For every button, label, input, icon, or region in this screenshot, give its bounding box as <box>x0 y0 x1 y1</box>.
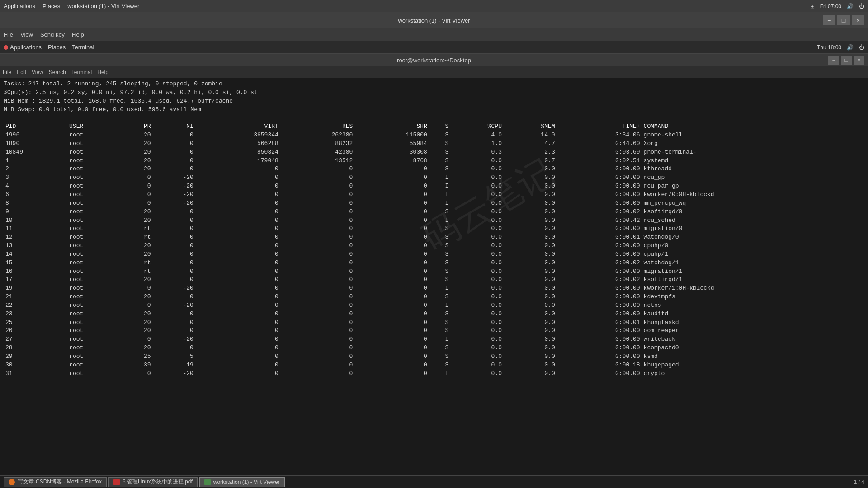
table-row: 4root0-20000I0.00.00:00.00rcu_par_gp <box>4 182 864 191</box>
mem-line: MiB Mem : 1829.1 total, 168.0 free, 1036… <box>4 97 864 106</box>
virt-menu-help[interactable]: Help <box>72 31 84 38</box>
outer-taskbar-right: 1 / 4 <box>854 479 864 485</box>
pdf-task-label: 6.管理Linux系统中的进程.pdf <box>123 478 193 486</box>
virt-task-label: workstation (1) - Virt Viewer <box>213 479 280 485</box>
table-row: 21root200000S0.00.00:00.00kdevtmpfs <box>4 293 864 301</box>
outer-task-pdf[interactable]: 6.管理Linux系统中的进程.pdf <box>108 477 198 487</box>
os-time: Fri 07:00 <box>820 3 841 9</box>
table-row: 17root200000S0.00.00:00.02ksoftirqd/1 <box>4 276 864 284</box>
speaker-icon[interactable]: 🔊 <box>847 3 854 9</box>
terminal-titlebar: root@workstation:~/Desktop − □ × <box>0 54 868 66</box>
inner-terminal[interactable]: Terminal <box>72 44 94 51</box>
table-row: 23root200000S0.00.00:00.00kauditd <box>4 310 864 319</box>
col-ni: NI <box>153 122 195 131</box>
inner-apps-label[interactable]: Applications <box>10 44 42 51</box>
os-window-title: workstation (1) - Virt Viewer <box>67 3 139 9</box>
power-icon[interactable]: ⏻ <box>859 3 864 9</box>
table-row: 14root200000S0.00.00:00.00cpuhp/1 <box>4 250 864 259</box>
table-row: 1996root2003659344262380115000S4.014.03:… <box>4 131 864 140</box>
inner-applications[interactable]: Applications <box>4 44 42 51</box>
os-places[interactable]: Places <box>42 3 60 9</box>
term-menu-terminal[interactable]: Terminal <box>71 69 92 75</box>
table-row: 19root0-20000I0.00.00:00.00kworker/1:0H-… <box>4 284 864 293</box>
term-menu-edit[interactable]: Edit <box>17 69 26 75</box>
col-res: RES <box>280 122 355 131</box>
col-user: USER <box>67 122 121 131</box>
terminal-minimize-button[interactable]: − <box>828 56 839 65</box>
table-row: 29root255000S0.00.00:00.00ksmd <box>4 352 864 361</box>
term-menu-file[interactable]: File <box>3 69 11 75</box>
table-row: 11rootrt0000S0.00.00:00.00migration/0 <box>4 225 864 233</box>
table-row: 8root0-20000I0.00.00:00.00mm_percpu_wq <box>4 199 864 208</box>
col-cpu: %CPU <box>450 122 504 131</box>
process-table: PID USER PR NI VIRT RES SHR S %CPU %MEM … <box>4 122 864 378</box>
table-row: 12rootrt0000S0.00.00:00.01watchdog/0 <box>4 233 864 242</box>
table-row: 13root200000S0.00.00:00.00cpuhp/0 <box>4 242 864 250</box>
firefox-task-label: 写文章-CSDN博客 - Mozilla Firefox <box>18 478 102 486</box>
table-row: 9root200000S0.00.00:00.02ksoftirqd/0 <box>4 208 864 216</box>
tasks-line: Tasks: 247 total, 2 running, 245 sleepin… <box>4 80 864 89</box>
table-row: 6root0-20000I0.00.00:00.00kworker/0:0H-k… <box>4 191 864 199</box>
cpu-line: %Cpu(s): 2.5 us, 0.2 sy, 0.0 ni, 97.2 id… <box>4 89 864 97</box>
proc-header-row: PID USER PR NI VIRT RES SHR S %CPU %MEM … <box>4 122 864 131</box>
col-pid: PID <box>4 122 67 131</box>
os-taskbar-left: Applications Places workstation (1) - Vi… <box>4 3 139 9</box>
outer-task-virt[interactable]: workstation (1) - Virt Viewer <box>199 477 285 487</box>
terminal-close-button[interactable]: × <box>854 56 864 65</box>
virt-close-button[interactable]: × <box>852 15 864 25</box>
inner-time: Thu 18:00 <box>817 44 841 51</box>
firefox-icon <box>9 479 15 485</box>
table-row: 27root0-20000I0.00.00:00.00writeback <box>4 335 864 344</box>
table-row: 10root200000I0.00.00:00.42rcu_sched <box>4 216 864 225</box>
apps-dot-icon <box>4 45 8 50</box>
table-row: 16rootrt0000S0.00.00:00.00migration/1 <box>4 267 864 276</box>
term-menu-help[interactable]: Help <box>97 69 108 75</box>
terminal-content[interactable]: Tasks: 247 total, 2 running, 245 sleepin… <box>0 78 868 475</box>
term-menu-view[interactable]: View <box>32 69 43 75</box>
virt-title: workstation (1) - Virt Viewer <box>398 17 470 24</box>
col-s: S <box>429 122 450 131</box>
os-taskbar-right: ⊞ Fri 07:00 🔊 ⏻ <box>810 3 864 9</box>
table-row: 30root3919000S0.00.00:00.18khugepaged <box>4 361 864 370</box>
col-pr: PR <box>121 122 153 131</box>
inner-speaker-icon[interactable]: 🔊 <box>847 44 854 51</box>
terminal-titlebar-controls: − □ × <box>828 56 864 65</box>
virt-menu-file[interactable]: File <box>4 31 13 38</box>
terminal-menubar: File Edit View Search Terminal Help <box>0 66 868 78</box>
network-icon: ⊞ <box>810 3 815 9</box>
virt-viewer-window: workstation (1) - Virt Viewer − □ × File… <box>0 12 868 488</box>
table-row: 3root0-20000I0.00.00:00.00rcu_gp <box>4 174 864 182</box>
table-row: 28root200000S0.00.00:00.00kcompactd0 <box>4 344 864 352</box>
outer-task-firefox[interactable]: 写文章-CSDN博客 - Mozilla Firefox <box>4 477 107 487</box>
inner-power-icon[interactable]: ⏻ <box>859 44 864 51</box>
pdf-icon <box>113 479 120 485</box>
col-time: TIME+ <box>557 122 642 131</box>
term-menu-search[interactable]: Search <box>49 69 66 75</box>
table-row: 15rootrt0000S0.00.00:00.02watchdog/1 <box>4 259 864 267</box>
col-shr: SHR <box>354 122 429 131</box>
virt-menu-view[interactable]: View <box>20 31 33 38</box>
inner-places[interactable]: Places <box>48 44 66 51</box>
col-virt: VIRT <box>195 122 280 131</box>
table-row: 26root200000S0.00.00:00.00oom_reaper <box>4 327 864 335</box>
inner-menubar: Applications Places Terminal Thu 18:00 🔊… <box>0 41 868 54</box>
table-row: 1890root2005662888823255984S1.04.70:44.6… <box>4 140 864 148</box>
table-row: 31root0-20000I0.00.00:00.00crypto <box>4 370 864 378</box>
virt-titlebar-controls: − □ × <box>823 15 864 25</box>
virt-maximize-button[interactable]: □ <box>837 15 850 25</box>
outer-page-indicator: 1 / 4 <box>854 479 864 485</box>
table-row: 10849root2008508244238030308S0.32.30:03.… <box>4 148 864 157</box>
os-taskbar: Applications Places workstation (1) - Vi… <box>0 0 868 12</box>
table-row: 2root200000S0.00.00:00.00kthreadd <box>4 165 864 174</box>
virt-titlebar: workstation (1) - Virt Viewer − □ × <box>0 12 868 28</box>
col-mem: %MEM <box>504 122 557 131</box>
terminal-title: root@workstation:~/Desktop <box>397 57 471 64</box>
col-command: COMMAND <box>642 122 864 131</box>
table-row: 1root200179048135128768S0.00.70:02.51sys… <box>4 157 864 165</box>
terminal-window: root@workstation:~/Desktop − □ × File Ed… <box>0 54 868 488</box>
virt-menu-sendkey[interactable]: Send key <box>40 31 65 38</box>
terminal-maximize-button[interactable]: □ <box>841 56 852 65</box>
os-applications[interactable]: Applications <box>4 3 35 9</box>
table-row: 25root200000S0.00.00:00.01khungtaskd <box>4 319 864 327</box>
virt-minimize-button[interactable]: − <box>823 15 835 25</box>
